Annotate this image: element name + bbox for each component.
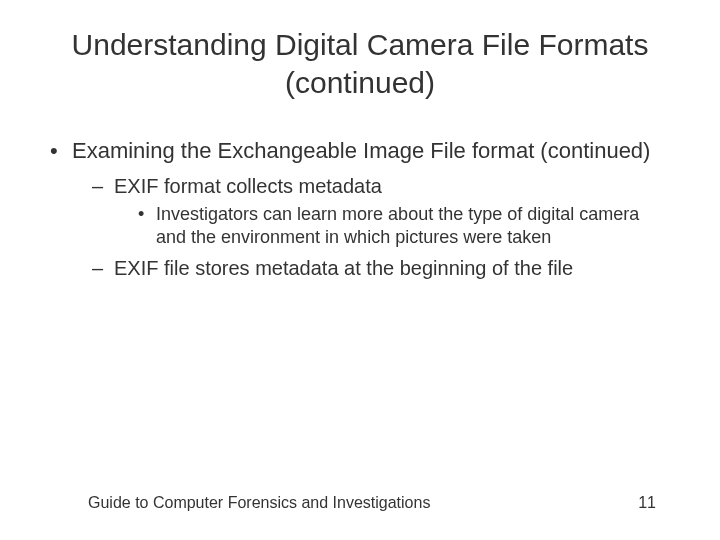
bullet-text: EXIF format collects metadata: [114, 175, 382, 197]
bullet-text: EXIF file stores metadata at the beginni…: [114, 257, 573, 279]
bullet-list-level3: Investigators can learn more about the t…: [138, 203, 670, 250]
page-number: 11: [638, 494, 656, 512]
bullet-item: EXIF format collects metadata Investigat…: [92, 173, 670, 250]
footer: Guide to Computer Forensics and Investig…: [88, 494, 656, 512]
bullet-item: EXIF file stores metadata at the beginni…: [92, 255, 670, 281]
slide: Understanding Digital Camera File Format…: [0, 0, 720, 540]
bullet-item: Examining the Exchangeable Image File fo…: [50, 137, 670, 281]
bullet-list-level2: EXIF format collects metadata Investigat…: [92, 173, 670, 282]
slide-title: Understanding Digital Camera File Format…: [50, 26, 670, 101]
bullet-text: Examining the Exchangeable Image File fo…: [72, 138, 650, 163]
bullet-text: Investigators can learn more about the t…: [156, 204, 639, 247]
footer-text: Guide to Computer Forensics and Investig…: [88, 494, 430, 512]
bullet-list: Examining the Exchangeable Image File fo…: [50, 137, 670, 281]
bullet-item: Investigators can learn more about the t…: [138, 203, 670, 250]
